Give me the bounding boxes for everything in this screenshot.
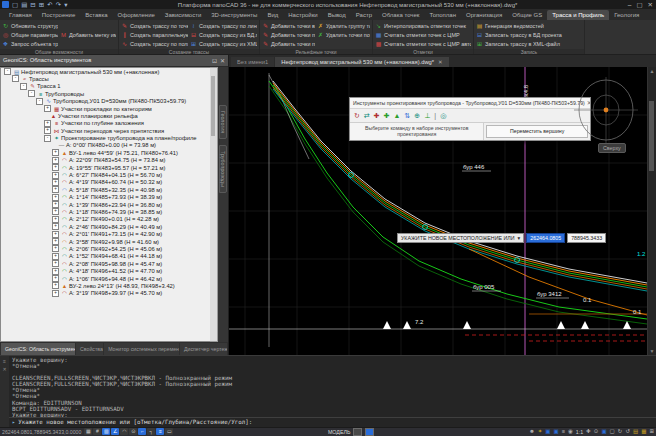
create-route-by-polyline-button[interactable]: ∿Создать трассу по полилинии — [121, 40, 188, 49]
tree-item[interactable]: +◠А: 2°12' ПК490+0.01 (H = 42.28 м) — [1, 216, 210, 223]
tree-item[interactable]: +◠А: 1°39' ПК486+23.94 (H = 36.80 м) — [1, 201, 210, 208]
read-elevations-from-dem-auto-button[interactable]: ▩Считать отметки точек с ЦМР авто. — [375, 40, 471, 49]
tree-item[interactable]: +◠А: 1°06' ПК496+94.48 (H = 46.42 м) — [1, 275, 210, 282]
scrollbar-thumb[interactable] — [649, 101, 654, 171]
tree-expand-toggle[interactable]: + — [52, 238, 59, 245]
isolate-icon[interactable]: ▦ — [641, 428, 646, 435]
tree-item[interactable]: +◠А: 3°19' ПК498+39.97 (H = 45.70 м) — [1, 290, 210, 297]
perpendicular-icon[interactable]: ⊥ — [424, 111, 430, 120]
tree-item[interactable]: -▤Нефтепровод магистральный 530 мм (+нак… — [1, 68, 210, 75]
ribbon-tab[interactable]: Организация — [461, 10, 507, 20]
tree-item[interactable]: +▲ВУ-1 лево 44°59' (H 75.21, ПК480+76.41… — [1, 149, 210, 156]
write-route-to-project-db-button[interactable]: ⊟Записать трассу в БД проекта — [476, 31, 582, 40]
tree-item[interactable]: -≈Трассы — [1, 75, 210, 82]
snap-point-icon[interactable]: ⊕ — [414, 111, 420, 120]
delete-point-group-button[interactable]: ✗Удалить группу точек — [317, 22, 370, 31]
slope-icon[interactable]: ▲ — [394, 111, 401, 120]
tree-expand-toggle[interactable]: + — [52, 157, 59, 164]
query-route-object-button[interactable]: ❖Запрос объекта трассы — [2, 40, 58, 49]
tree-expand-toggle[interactable]: + — [52, 186, 59, 193]
create-route-by-profile-line-button[interactable]: ≀Создать трассу по линии профиля — [190, 22, 257, 31]
tree-expand-toggle[interactable]: + — [52, 268, 59, 275]
move-vertex-icon[interactable]: ↻ — [354, 111, 360, 120]
delete-points-by-criteria-button[interactable]: ✗Удалить точки по критериям — [317, 31, 370, 40]
ribbon-tab[interactable]: Облака точек — [377, 10, 424, 20]
ribbon-tab[interactable]: Общие GS — [507, 10, 547, 20]
tree-item[interactable]: +≡Участки по глубине заложения — [1, 120, 210, 127]
separator-icon[interactable]: | — [434, 111, 436, 120]
collapsed-panel-tab[interactable]: Геология — [219, 105, 227, 139]
tree-expand-toggle[interactable]: - — [44, 135, 51, 142]
grid-toggle[interactable]: ▦ — [84, 428, 92, 435]
tree-expand-toggle[interactable]: - — [28, 90, 35, 97]
ribbon-tab[interactable]: Настройки — [283, 10, 322, 20]
tree-expand-toggle[interactable]: + — [52, 194, 59, 201]
tree-expand-toggle[interactable]: + — [52, 216, 59, 223]
settings-icon[interactable]: ◎ — [440, 111, 446, 120]
panel-tab[interactable]: Монитор системных переменных — [104, 343, 179, 355]
tree-item[interactable]: +▦Участки прокладки по категориям — [1, 105, 210, 112]
minimize-button[interactable]: – — [628, 1, 632, 9]
frame-icon[interactable]: ▢ — [610, 428, 615, 435]
open-file-button[interactable]: ▤ — [21, 1, 27, 9]
tree-expand-toggle[interactable]: + — [52, 245, 59, 252]
write-route-to-xml-button[interactable]: ⊞Записать трассу в XML-файл — [476, 40, 582, 49]
layout-sheet-icon[interactable] — [353, 428, 362, 436]
common-parameters-button[interactable]: ◎Общие параметры — [2, 31, 58, 40]
add-points-by-dem-button[interactable]: ✎Добавить точки по ЦМР — [262, 40, 315, 49]
tree-expand-toggle[interactable]: - — [12, 75, 19, 82]
ribbon-tab[interactable]: Вывод — [323, 10, 351, 20]
tree-item[interactable]: +◠А: 22°09' ПК483+54.75 (H = 73.84 м) — [1, 157, 210, 164]
dynamic-input-x-field[interactable]: 262464.0805 — [526, 233, 565, 243]
tree-scrollbar[interactable] — [210, 67, 218, 342]
tree-expand-toggle[interactable]: + — [52, 223, 59, 230]
record-icon[interactable]: ◉ — [568, 428, 573, 435]
tree-item[interactable]: +◠А: 2°08' ПК495+98.98 (H = 45.47 м) — [1, 260, 210, 267]
canvas-vertical-scrollbar[interactable]: ▲ ▼ — [647, 67, 656, 355]
tree-item[interactable]: +◠А: 2°01' ПК491+73.15 (H = 42.90 м) — [1, 230, 210, 237]
create-route-by-points-button[interactable]: ✎Создать трассу по точкам — [121, 22, 188, 31]
command-history[interactable]: Укажите вершину:*Отмена* CLEANSCREEN,FUL… — [9, 356, 656, 417]
update-routes-structure-button[interactable]: ↻Обновить структуру трасс — [2, 22, 58, 31]
dyn-input-toggle[interactable]: ≡ — [156, 428, 164, 435]
ribbon-tab[interactable]: Трасса и Профиль — [547, 10, 609, 20]
print-button[interactable]: ⊞ — [39, 1, 44, 9]
scroll-down-icon[interactable]: ▼ — [648, 347, 656, 355]
tree-item[interactable]: ▲Участки планировки рельефа — [1, 112, 210, 119]
ucs-toggle[interactable]: ┐ — [147, 428, 155, 435]
model-space-label[interactable]: МОДЕЛЬ — [328, 429, 351, 435]
add-vertex-icon[interactable]: ✚ — [374, 111, 380, 120]
ribbon-tab[interactable]: 3D-инструменты — [206, 10, 262, 20]
add-route-name-label-button[interactable]: MДобавить метку имя трассы — [60, 31, 116, 40]
create-route-from-xml-button[interactable]: ⊞Создать трассу из XML-файла — [190, 40, 257, 49]
tree-item[interactable]: +◠А: 2°06' ПК492+54.25 (H = 45.06 м) — [1, 245, 210, 252]
tree-expand-toggle[interactable]: + — [52, 172, 59, 179]
monitor-b-icon[interactable]: ▣ — [554, 428, 559, 435]
add-points-in-corridor-button[interactable]: ✎Добавить точки в коридоре — [262, 22, 315, 31]
tree-item[interactable]: -≡Трубопроводы — [1, 90, 210, 97]
tree-expand-toggle[interactable]: + — [44, 120, 51, 127]
osnap-toggle[interactable]: ◠ — [120, 428, 128, 435]
viewport-icon[interactable]: ▣ — [601, 428, 606, 435]
tree-item[interactable]: +◠А: 3°58' ПК492+9.98 (H = 41.60 м) — [1, 238, 210, 245]
tree-item[interactable]: +◠А: 19°55' ПК483+95.57 (H = 57.21 м) — [1, 164, 210, 171]
ribbon-tab[interactable]: Оформление — [113, 10, 160, 20]
panel-tab[interactable]: Свойства — [76, 343, 103, 355]
tree-expand-toggle[interactable]: + — [52, 149, 59, 156]
pin-icon[interactable]: ⊡ — [212, 57, 217, 64]
tree-item[interactable]: —А: 0°00' ПК480+0.00 (H = 73.98 м) — [1, 142, 210, 149]
tree-item[interactable]: +◠А: 1°14' ПК485+73.93 (H = 38.39 м) — [1, 194, 210, 201]
tree-item[interactable]: -✦Проектирование трубопровода на плане/п… — [1, 134, 210, 141]
command-history-icon[interactable]: ≡ — [3, 358, 6, 364]
ribbon-tab[interactable]: Зависимости — [160, 10, 206, 20]
ribbon-tab[interactable]: Главная — [4, 10, 37, 20]
fullscreen-icon[interactable]: ⊞ — [649, 428, 654, 435]
regen-icon[interactable]: ↺ — [625, 428, 630, 435]
list-icon[interactable]: ≡ — [562, 428, 565, 435]
annotation-scale[interactable]: 1:1 — [576, 429, 583, 435]
command-close-icon[interactable]: ✕ — [2, 366, 6, 372]
tree-expand-toggle[interactable]: + — [52, 253, 59, 260]
orbit-icon[interactable]: ↻ — [618, 428, 623, 435]
lineweight-toggle[interactable]: ▭ — [165, 428, 173, 435]
tree-expand-toggle[interactable]: - — [20, 83, 27, 90]
